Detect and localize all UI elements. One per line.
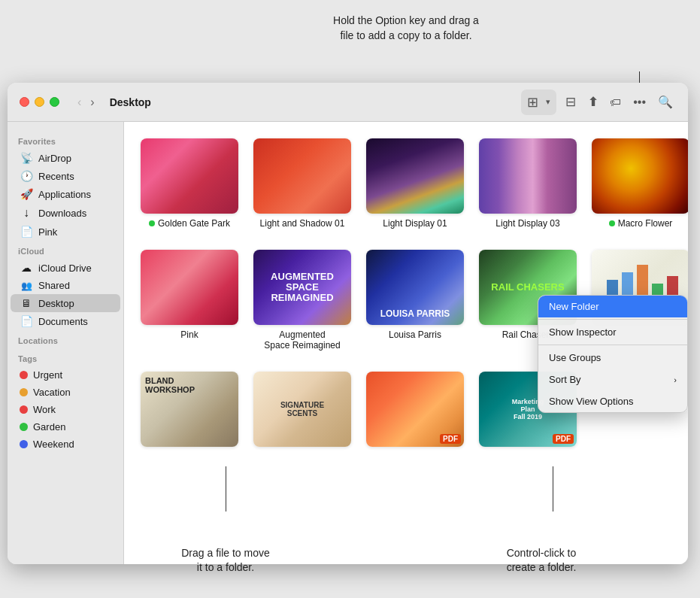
context-menu-item-sort-by[interactable]: Sort By › [538, 369, 687, 390]
annotation-line-bottom-left [226, 466, 226, 511]
file-thumb-light-display-03 [479, 138, 577, 214]
context-menu-item-new-folder[interactable]: New Folder [538, 296, 687, 317]
sidebar: Favorites 📡 AirDrop 🕐 Recents 🚀 Applicat… [8, 122, 124, 564]
file-item-signature[interactable]: SIGNATURESCENTS [249, 367, 356, 456]
file-item-pink[interactable]: Pink [136, 245, 243, 355]
content-area: Golden Gate Park Light and Shadow 01 Lig… [124, 122, 688, 564]
file-item-bland-workshop[interactable]: BLANDWORKSHOP [136, 367, 243, 456]
sidebar-item-recents-label: Recents [38, 171, 74, 182]
sidebar-item-airdrop[interactable]: 📡 AirDrop [11, 149, 120, 167]
desktop-icon: 🖥 [20, 297, 33, 309]
file-item-light-shadow[interactable]: Light and Shadow 01 [249, 134, 356, 233]
sidebar-item-desktop[interactable]: 🖥 Desktop [11, 294, 120, 312]
sidebar-section-tags: Tags [8, 348, 123, 366]
context-menu-show-view-options-label: Show View Options [549, 396, 634, 407]
file-thumb-louisa: LOUISA PARRIS [366, 250, 464, 325]
sidebar-item-work-label: Work [33, 404, 56, 415]
file-thumb-macro-flower [592, 138, 688, 214]
sidebar-item-garden[interactable]: Garden [11, 418, 120, 436]
annotation-bottom-left: Drag a file to moveit to a folder. [158, 546, 293, 575]
sidebar-section-icloud: iCloud [8, 241, 123, 259]
marketing-pdf-badge: PDF [553, 434, 574, 444]
group-view-button[interactable]: ⊟ [562, 91, 579, 113]
signature-overlay-text: SIGNATURESCENTS [274, 395, 330, 423]
back-button[interactable]: ‹ [74, 94, 84, 111]
file-item-macro-flower[interactable]: Macro Flower [587, 134, 688, 233]
file-label-light-display-03: Light Display 03 [495, 218, 559, 229]
sidebar-item-icloud-drive[interactable]: ☁ iCloud Drive [11, 259, 120, 277]
file-thumb-augmented: AUGMENTEDSPACEREIMAGINED [253, 250, 351, 325]
sort-by-arrow-icon: › [674, 375, 677, 384]
file-item-light-display-03[interactable]: Light Display 03 [474, 134, 581, 233]
window-title: Desktop [110, 96, 151, 108]
status-dot-golden-gate [149, 220, 155, 226]
file-label-golden-gate: Golden Gate Park [149, 218, 230, 229]
bland-workshop-overlay: BLANDWORKSHOP [145, 376, 195, 394]
vacation-tag-dot [20, 388, 28, 396]
icloud-drive-icon: ☁ [20, 262, 33, 274]
sidebar-item-icloud-drive-label: iCloud Drive [38, 263, 92, 274]
sidebar-item-weekend-label: Weekend [33, 439, 74, 450]
sidebar-item-recents[interactable]: 🕐 Recents [11, 167, 120, 185]
context-menu: New Folder Show Inspector Use Groups Sor… [538, 295, 688, 413]
context-menu-show-inspector-label: Show Inspector [549, 326, 617, 338]
sidebar-item-shared-label: Shared [38, 280, 70, 291]
annotation-bottom-right: Control-click tocreate a folder. [466, 546, 617, 575]
annotation-top: Hold the Option key and drag afile to ad… [286, 14, 526, 43]
file-item-light-display-01[interactable]: Light Display 01 [362, 134, 468, 233]
share-button[interactable]: ⬆ [585, 92, 601, 112]
file-label-light-display-01: Light Display 01 [383, 218, 447, 229]
documents-icon: 📄 [20, 315, 33, 327]
sidebar-section-locations: Locations [8, 330, 123, 348]
shared-icon: 👥 [20, 281, 33, 291]
sidebar-item-documents[interactable]: 📄 Documents [11, 312, 120, 330]
sidebar-item-downloads[interactable]: ↓ Downloads [11, 203, 120, 223]
recents-icon: 🕐 [20, 170, 33, 182]
sidebar-item-applications[interactable]: 🚀 Applications [11, 185, 120, 203]
applications-icon: 🚀 [20, 188, 33, 200]
minimize-button[interactable] [35, 97, 44, 107]
traffic-lights [20, 97, 59, 107]
sidebar-item-documents-label: Documents [38, 316, 88, 327]
view-toggle[interactable]: ⊞ ▾ [521, 90, 556, 115]
sidebar-item-vacation-label: Vacation [33, 387, 71, 398]
sidebar-item-shared[interactable]: 👥 Shared [11, 277, 120, 294]
context-menu-new-folder-label: New Folder [549, 301, 598, 312]
weekend-tag-dot [20, 440, 28, 448]
pdf-badge: PDF [440, 434, 461, 444]
zoom-button[interactable] [50, 97, 59, 107]
pink-icon: 📄 [20, 226, 33, 238]
context-menu-item-show-inspector[interactable]: Show Inspector [538, 321, 687, 343]
sidebar-item-work[interactable]: Work [11, 401, 120, 418]
context-menu-item-show-view-options[interactable]: Show View Options [538, 390, 687, 412]
file-item-golden-gate[interactable]: Golden Gate Park [136, 134, 243, 233]
sidebar-item-airdrop-label: AirDrop [38, 153, 71, 164]
status-dot-macro-flower [609, 220, 615, 226]
file-item-augmented[interactable]: AUGMENTEDSPACEREIMAGINED AugmentedSpace … [249, 245, 356, 355]
sidebar-item-weekend[interactable]: Weekend [11, 436, 120, 453]
file-label-macro-flower: Macro Flower [609, 218, 673, 229]
close-button[interactable] [20, 97, 29, 107]
sidebar-item-urgent[interactable]: Urgent [11, 366, 120, 384]
file-item-louisa[interactable]: LOUISA PARRIS Louisa Parris [362, 245, 468, 355]
context-menu-sort-by-label: Sort By [549, 374, 581, 385]
file-thumb-louisa-market: PDF [366, 372, 464, 447]
file-label-augmented: AugmentedSpace Reimagined [264, 329, 340, 351]
augmented-overlay-text: AUGMENTEDSPACEREIMAGINED [265, 266, 340, 310]
sidebar-item-garden-label: Garden [33, 421, 65, 433]
file-thumb-light-display-01 [366, 138, 464, 214]
tag-button[interactable]: 🏷 [607, 93, 624, 111]
garden-tag-dot [20, 423, 28, 431]
work-tag-dot [20, 405, 28, 414]
file-label-pink: Pink [180, 329, 198, 340]
sidebar-item-vacation[interactable]: Vacation [11, 384, 120, 401]
sidebar-item-urgent-label: Urgent [33, 369, 62, 381]
forward-button[interactable]: › [87, 94, 97, 111]
more-button[interactable]: ••• [630, 93, 649, 112]
search-button[interactable]: 🔍 [655, 92, 676, 112]
view-chevron-button[interactable]: ▾ [543, 94, 553, 110]
file-item-louisa-market[interactable]: PDF [362, 367, 468, 456]
grid-view-button[interactable]: ⊞ [524, 91, 541, 114]
context-menu-item-use-groups[interactable]: Use Groups [538, 347, 687, 369]
sidebar-item-pink[interactable]: 📄 Pink [11, 223, 120, 241]
